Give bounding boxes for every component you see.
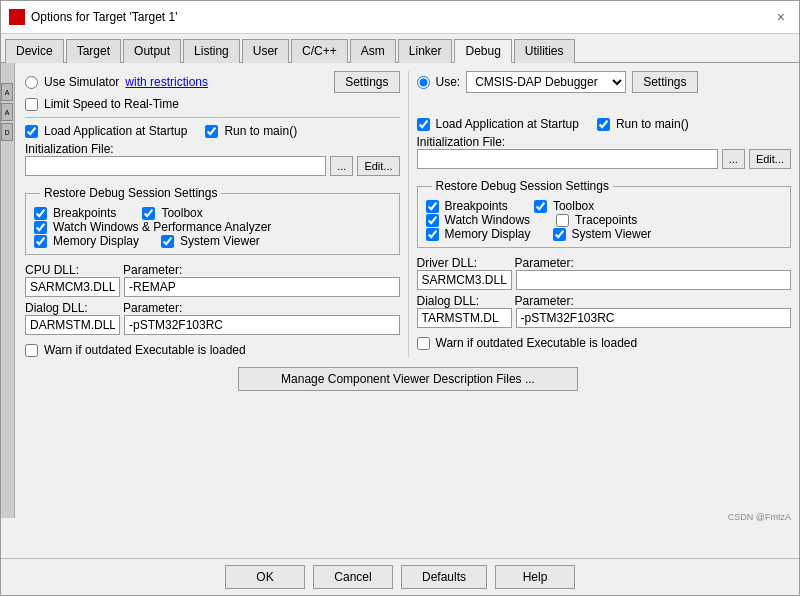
left-sysviewer-label: System Viewer xyxy=(180,234,260,248)
left-breakpoints-checkbox[interactable] xyxy=(34,207,47,220)
right-init-browse-button[interactable]: ... xyxy=(722,149,745,169)
help-button[interactable]: Help xyxy=(495,565,575,589)
left-dialog-labels: Dialog DLL: Parameter: xyxy=(25,301,400,315)
left-init-edit-button[interactable]: Edit... xyxy=(357,156,399,176)
left-restore-group: Restore Debug Session Settings Breakpoin… xyxy=(25,186,400,255)
left-load-row: Load Application at Startup Run to main(… xyxy=(25,124,400,138)
left-dialog-param-input[interactable] xyxy=(124,315,400,335)
left-cpu-param-input[interactable] xyxy=(124,277,400,297)
right-init-file-input[interactable] xyxy=(417,149,718,169)
close-button[interactable]: × xyxy=(771,7,791,27)
right-dialog-dll-input[interactable] xyxy=(417,308,512,328)
right-warn-checkbox[interactable] xyxy=(417,337,430,350)
left-dialog-dll-label: Dialog DLL: xyxy=(25,301,115,315)
left-dll-section: CPU DLL: Parameter: Dialog DLL: Paramete… xyxy=(25,263,400,335)
left-watch-checkbox[interactable] xyxy=(34,221,47,234)
simulator-link[interactable]: with restrictions xyxy=(125,75,208,89)
left-tab-a1[interactable]: A xyxy=(1,83,13,101)
left-watch-label: Watch Windows & Performance Analyzer xyxy=(53,220,271,234)
left-memory-checkbox[interactable] xyxy=(34,235,47,248)
left-cpu-dll-input[interactable] xyxy=(25,277,120,297)
manage-btn[interactable]: Manage Component Viewer Description File… xyxy=(238,367,578,391)
right-watch-row: Watch Windows Tracepoints xyxy=(426,213,783,227)
left-dll-row xyxy=(25,277,400,297)
left-init-file-section: Initialization File: ... Edit... xyxy=(25,142,400,176)
right-watch-checkbox[interactable] xyxy=(426,214,439,227)
left-memory-label: Memory Display xyxy=(53,234,139,248)
tab-user[interactable]: User xyxy=(242,39,289,63)
limit-speed-checkbox[interactable] xyxy=(25,98,38,111)
left-warn-row: Warn if outdated Executable is loaded xyxy=(25,343,400,357)
left-memory-row: Memory Display System Viewer xyxy=(34,234,391,248)
tabs-bar: Device Target Output Listing User C/C++ … xyxy=(1,34,799,63)
right-sysviewer-label: System Viewer xyxy=(572,227,652,241)
right-init-edit-button[interactable]: Edit... xyxy=(749,149,791,169)
tab-target[interactable]: Target xyxy=(66,39,121,63)
left-dialog-param-label: Parameter: xyxy=(123,301,182,315)
right-driver-dll-input[interactable] xyxy=(417,270,512,290)
right-trace-label: Tracepoints xyxy=(575,213,637,227)
right-memory-label: Memory Display xyxy=(445,227,531,241)
left-column: Use Simulator with restrictions Settings… xyxy=(25,71,409,357)
simulator-settings-button[interactable]: Settings xyxy=(334,71,399,93)
defaults-button[interactable]: Defaults xyxy=(401,565,487,589)
tab-utilities[interactable]: Utilities xyxy=(514,39,575,63)
left-load-app-checkbox[interactable] xyxy=(25,125,38,138)
right-restore-group: Restore Debug Session Settings Breakpoin… xyxy=(417,179,792,248)
right-dialog-labels: Dialog DLL: Parameter: xyxy=(417,294,792,308)
left-toolbox-checkbox[interactable] xyxy=(142,207,155,220)
tab-linker[interactable]: Linker xyxy=(398,39,453,63)
right-memory-checkbox[interactable] xyxy=(426,228,439,241)
right-trace-checkbox[interactable] xyxy=(556,214,569,227)
main-content: A A D Use Simulator with restrictions Se… xyxy=(1,63,799,558)
tab-listing[interactable]: Listing xyxy=(183,39,240,63)
tab-output[interactable]: Output xyxy=(123,39,181,63)
use-label: Use: xyxy=(436,75,461,89)
right-warn-label: Warn if outdated Executable is loaded xyxy=(436,336,638,350)
left-tab-d[interactable]: D xyxy=(1,123,13,141)
right-dialog-dll-label: Dialog DLL: xyxy=(417,294,507,308)
tab-cpp[interactable]: C/C++ xyxy=(291,39,348,63)
right-bp-toolbox-row: Breakpoints Toolbox xyxy=(426,199,783,213)
tab-debug[interactable]: Debug xyxy=(454,39,511,63)
right-load-app-label: Load Application at Startup xyxy=(436,117,579,131)
simulator-radio[interactable] xyxy=(25,76,38,89)
ok-button[interactable]: OK xyxy=(225,565,305,589)
app-icon xyxy=(9,9,25,25)
right-toolbox-label: Toolbox xyxy=(553,199,594,213)
tab-asm[interactable]: Asm xyxy=(350,39,396,63)
right-settings-button[interactable]: Settings xyxy=(632,71,697,93)
svg-rect-1 xyxy=(18,11,23,16)
left-run-main-checkbox[interactable] xyxy=(205,125,218,138)
right-driver-param-label: Parameter: xyxy=(515,256,574,270)
use-radio[interactable] xyxy=(417,76,430,89)
left-sysviewer-checkbox[interactable] xyxy=(161,235,174,248)
debugger-combo[interactable]: CMSIS-DAP Debugger xyxy=(466,71,626,93)
right-sysviewer-checkbox[interactable] xyxy=(553,228,566,241)
left-bp-toolbox-row: Breakpoints Toolbox xyxy=(34,206,391,220)
left-init-file-row: ... Edit... xyxy=(25,156,400,176)
left-breakpoints-label: Breakpoints xyxy=(53,206,116,220)
tab-device[interactable]: Device xyxy=(5,39,64,63)
limit-speed-row: Limit Speed to Real-Time xyxy=(25,97,400,111)
right-watch-label: Watch Windows xyxy=(445,213,531,227)
right-toolbox-checkbox[interactable] xyxy=(534,200,547,213)
right-dialog-param-input[interactable] xyxy=(516,308,792,328)
left-warn-checkbox[interactable] xyxy=(25,344,38,357)
left-tab-a2[interactable]: A xyxy=(1,103,13,121)
left-init-browse-button[interactable]: ... xyxy=(330,156,353,176)
right-run-main-checkbox[interactable] xyxy=(597,118,610,131)
right-load-row: Load Application at Startup Run to main(… xyxy=(417,117,792,131)
left-init-file-input[interactable] xyxy=(25,156,326,176)
right-dll-labels: Driver DLL: Parameter: xyxy=(417,256,792,270)
left-dialog-row xyxy=(25,315,400,335)
right-warn-row: Warn if outdated Executable is loaded xyxy=(417,336,792,350)
cancel-button[interactable]: Cancel xyxy=(313,565,393,589)
svg-rect-3 xyxy=(18,18,23,23)
right-driver-param-input[interactable] xyxy=(516,270,792,290)
right-use-row: Use: CMSIS-DAP Debugger Settings xyxy=(417,71,792,93)
right-dll-row xyxy=(417,270,792,290)
left-dialog-dll-input[interactable] xyxy=(25,315,120,335)
right-load-app-checkbox[interactable] xyxy=(417,118,430,131)
right-breakpoints-checkbox[interactable] xyxy=(426,200,439,213)
